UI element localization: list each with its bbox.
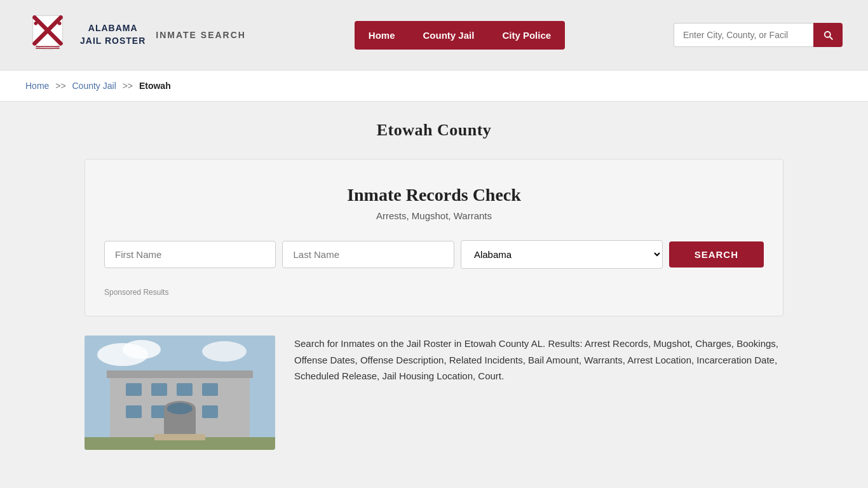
first-name-input[interactable] bbox=[104, 241, 276, 268]
logo-text: ALABAMA JAIL ROSTER bbox=[80, 22, 146, 47]
inmate-search-label: INMATE SEARCH bbox=[156, 30, 246, 40]
header-search-button[interactable] bbox=[813, 23, 843, 47]
records-subtitle: Arrests, Mugshot, Warrants bbox=[104, 210, 764, 221]
bottom-section: Search for Inmates on the Jail Roster in… bbox=[85, 336, 783, 450]
search-icon bbox=[822, 29, 834, 41]
header-search-input[interactable] bbox=[674, 23, 813, 47]
jail-image bbox=[85, 336, 275, 450]
breadcrumb-home[interactable]: Home bbox=[25, 81, 49, 91]
records-check-box: Inmate Records Check Arrests, Mugshot, W… bbox=[85, 159, 783, 316]
svg-point-3 bbox=[58, 22, 62, 25]
breadcrumb-current: Etowah bbox=[139, 81, 171, 91]
main-content: Etowah County Inmate Records Check Arres… bbox=[72, 102, 796, 469]
nav-home-button[interactable]: Home bbox=[355, 21, 409, 50]
svg-rect-15 bbox=[202, 383, 218, 396]
breadcrumb-bar: Home >> County Jail >> Etowah bbox=[0, 71, 868, 102]
last-name-input[interactable] bbox=[282, 241, 454, 268]
state-select[interactable]: AlabamaAlaskaArizonaArkansasCaliforniaCo… bbox=[461, 240, 663, 269]
nav-county-jail-button[interactable]: County Jail bbox=[409, 21, 489, 50]
breadcrumb: Home >> County Jail >> Etowah bbox=[25, 81, 843, 91]
sponsored-label: Sponsored Results bbox=[104, 288, 764, 297]
inmate-search-form: AlabamaAlaskaArizonaArkansasCaliforniaCo… bbox=[104, 240, 764, 269]
logo-area: ALABAMA JAIL ROSTER INMATE SEARCH bbox=[25, 6, 246, 64]
logo-line1: ALABAMA bbox=[80, 22, 146, 35]
inmate-search-button[interactable]: SEARCH bbox=[669, 241, 764, 268]
records-title: Inmate Records Check bbox=[104, 185, 764, 205]
svg-point-9 bbox=[202, 341, 247, 362]
svg-point-2 bbox=[34, 22, 38, 25]
page-title: Etowah County bbox=[85, 121, 783, 140]
nav-city-police-button[interactable]: City Police bbox=[488, 21, 565, 50]
svg-rect-14 bbox=[177, 383, 193, 396]
svg-rect-18 bbox=[202, 405, 218, 418]
logo-image bbox=[25, 6, 70, 64]
breadcrumb-sep-1: >> bbox=[55, 81, 65, 91]
svg-rect-13 bbox=[151, 383, 167, 396]
svg-rect-23 bbox=[154, 434, 205, 440]
svg-rect-16 bbox=[126, 405, 142, 418]
header-search-area bbox=[674, 23, 843, 47]
svg-point-8 bbox=[123, 340, 161, 359]
main-nav: Home County Jail City Police bbox=[355, 21, 565, 50]
breadcrumb-sep-2: >> bbox=[123, 81, 133, 91]
svg-rect-11 bbox=[107, 370, 253, 378]
svg-point-21 bbox=[167, 403, 193, 414]
svg-rect-12 bbox=[126, 383, 142, 396]
description-text: Search for Inmates on the Jail Roster in… bbox=[294, 336, 783, 450]
breadcrumb-county-jail[interactable]: County Jail bbox=[72, 81, 116, 91]
site-header: ALABAMA JAIL ROSTER INMATE SEARCH Home C… bbox=[0, 0, 868, 71]
logo-line2: JAIL ROSTER bbox=[80, 35, 146, 48]
